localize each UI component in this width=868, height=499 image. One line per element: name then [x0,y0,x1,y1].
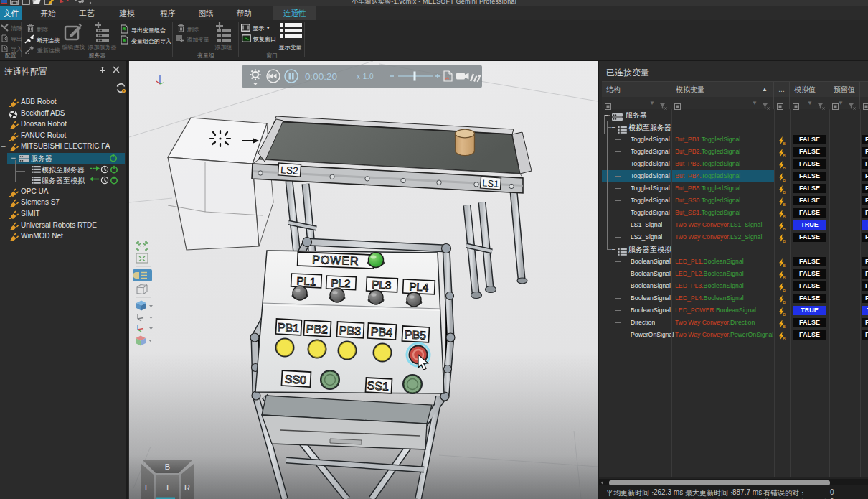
column-header[interactable]: 模拟值 [794,85,816,93]
table-group-row[interactable]: −服务器 [602,109,868,121]
table-header[interactable]: 结构模拟变量▲...模拟值预留值 [602,81,868,97]
tree-item-universal-robots-rtde[interactable]: Universal Robots RTDE [0,220,126,232]
struct-name: BooleanSignal [631,292,671,304]
tree-item-opc-ua[interactable]: OPC UA [0,187,126,198]
svg-text:B: B [783,239,786,243]
tree-item-abb-robot[interactable]: ABB Robot [0,97,126,108]
ribbon-button-export[interactable]: 导出 [1,34,22,43]
filter-dropdown-icon[interactable]: ▼ [807,100,813,106]
table-signal-row[interactable]: BooleanSignalLED_PL4.BooleanSignalBFALSE… [602,292,868,304]
power-icon [109,154,118,164]
save-icon[interactable] [11,0,19,4]
filter-dropdown-icon[interactable]: ▼ [838,100,844,106]
table-subgroup-row[interactable]: −模拟至服务器 [602,121,868,134]
tree-item-模拟至服务器[interactable]: 模拟至服务器 [0,164,126,176]
table-signal-row[interactable]: BooleanSignalLED_PL2.BooleanSignalBFALSE… [602,268,868,280]
table-signal-row[interactable]: PowerOnSignalTwo Way Conveyor.PowerOnSig… [602,329,868,341]
ribbon-button-server-add-big[interactable]: 添加服务器 [87,22,118,53]
undo-icon[interactable] [60,0,68,3]
close-icon[interactable] [113,66,120,73]
ribbon-button-group-add-big[interactable]: 添加组 [212,22,235,53]
tree-item-beckhoff-ads[interactable]: Beckhoff ADS [0,108,126,120]
table-signal-row[interactable]: DirectionTwo Way Conveyor.DirectionBFALS… [602,317,868,329]
horizontal-scrollbar[interactable] [599,477,868,485]
column-header[interactable]: 结构 [606,85,621,93]
open-folder-icon[interactable] [32,0,41,4]
filter-dropdown-icon[interactable]: ▼ [752,100,758,106]
table-signal-row[interactable]: ToggledSignalBut_PB4.ToggledSignalBFALSE… [602,170,868,182]
ribbon-button-edit-big[interactable]: 编辑连接 [62,22,85,53]
tree-item-服务器[interactable]: −服务器 [0,153,126,164]
tree-item-label: Doosan Robot [21,120,67,128]
tree-item-fanuc-robot[interactable]: FANUC Robot [0,131,126,142]
record-video-icon[interactable] [456,73,469,80]
refresh-icon[interactable] [115,83,126,93]
filter-row[interactable]: ▼▼▼▼ [602,97,868,109]
workpiece-cylinder[interactable] [456,129,475,155]
view-cube[interactable]: B L T R [141,460,194,499]
quick-access-toolbar[interactable] [0,0,136,6]
tab-4[interactable]: 程序 [155,6,181,20]
table-signal-row[interactable]: LS2_SignalTwo Way Conveyor.LS2_SignalBFA… [602,231,868,243]
ribbon-button-trash[interactable]: 删除 [177,24,199,32]
table-subgroup-row[interactable]: −服务器至模拟 [602,243,868,256]
tree-item-mitsubishi-electric-fa[interactable]: −MITSUBISHI ELECTRIC FA [0,141,126,153]
column-header[interactable]: ... [778,85,784,93]
tab-6[interactable]: 帮助 [231,6,257,20]
server-value-badge: FALSE [862,257,868,266]
wireframe-box[interactable] [168,118,273,250]
tree-item-simit[interactable]: SIMIT [0,209,126,220]
tree-item-服务器至模拟[interactable]: 服务器至模拟 [0,175,126,187]
qat-dropdown-icon[interactable] [78,1,82,4]
tab-file[interactable]: 文件 [0,6,22,20]
save-edit-icon[interactable] [44,0,55,5]
column-header[interactable]: 模拟变量 [676,85,704,93]
tab-5[interactable]: 图纸 [193,6,219,20]
simulation-3d-viewport[interactable]: LS2 LS1 [129,61,598,499]
table-signal-row[interactable]: ToggledSignalBut_PB3.ToggledSignalBFALSE… [602,158,868,170]
tab-3[interactable]: 建模 [114,6,140,20]
pin-icon[interactable] [99,66,106,73]
ribbon-button-page-import[interactable]: 变量组合的导入 [120,35,171,44]
table-signal-row[interactable]: ToggledSignalBut_PB1.ToggledSignalBFALSE… [602,134,868,146]
table-signal-row[interactable]: LS1_SignalTwo Way Conveyor.LS1_SignalBTR… [602,219,868,231]
save-all-icon[interactable] [22,0,29,4]
ribbon-button-page-export[interactable]: 导出变量组合 [120,24,166,33]
arrow-right-icon [90,165,100,173]
tab-1[interactable]: 开始 [35,6,61,20]
sensor-ls2[interactable]: LS2 [278,163,301,177]
playback-bar[interactable]: 0:00:20 x 1.0 [242,65,482,88]
table-signal-row[interactable]: BooleanSignalLED_PL1.BooleanSignalBFALSE… [602,256,868,268]
tree-item-winmod-net[interactable]: WinMOD Net [0,231,126,243]
ribbon-button-clear[interactable]: 清除 [1,24,22,32]
ribbon-button-window-restore[interactable]: 恢复窗口 [242,34,276,43]
table-signal-row[interactable]: BooleanSignalLED_POWER.BooleanSignalBTRU… [602,304,868,317]
ribbon-button-plug-off[interactable]: 断开连接 [24,34,60,43]
tree-item-siemens-s7[interactable]: Siemens S7 [0,197,126,209]
tree-item-label: MITSUBISHI ELECTRIC FA [21,142,110,150]
table-signal-row[interactable]: ToggledSignalBut_SS1.ToggledSignalBFALSE… [602,207,868,219]
variable-name: But_PB4.ToggledSignal [675,170,774,182]
tab-7[interactable]: 连通性 [273,6,316,20]
sensor-ls1[interactable]: LS1 [480,177,501,190]
plug-icon [9,222,19,232]
error-count-label: 有错误的对： [763,488,806,498]
menu-tab-bar: 文件开始工艺建模程序图纸帮助连通性 [0,6,868,20]
filter-dropdown-icon[interactable]: ▼ [649,100,655,106]
power-lamp[interactable] [368,253,385,268]
column-header[interactable]: 预留值 [834,85,855,93]
struct-name: ToggledSignal [631,170,670,182]
ribbon-button-plug-re[interactable]: 重新连接 [25,45,60,53]
table-signal-row[interactable]: ToggledSignalBut_SS0.ToggledSignalBFALSE… [602,195,868,207]
table-signal-row[interactable]: ToggledSignalBut_PB5.ToggledSignalBFALSE… [602,182,868,195]
ribbon-button-import[interactable]: 导入 [1,45,22,53]
tree-item-doosan-robot[interactable]: Doosan Robot [0,119,126,131]
tab-2[interactable]: 工艺 [74,6,100,20]
ribbon-button-list-big[interactable]: 显示变量 [277,22,303,53]
table-signal-row[interactable]: BooleanSignalLED_PL3.BooleanSignalBFALSE… [602,280,868,292]
table-signal-row[interactable]: ToggledSignalBut_PB2.ToggledSignalBFALSE… [602,146,868,158]
ribbon-button-var-add[interactable]: 添加变量 [175,34,209,43]
ribbon-button-trash[interactable]: 删除 [27,24,48,32]
ribbon-button-window[interactable]: 显示 ▼ [241,24,270,32]
projection-mode-button[interactable] [133,269,152,281]
